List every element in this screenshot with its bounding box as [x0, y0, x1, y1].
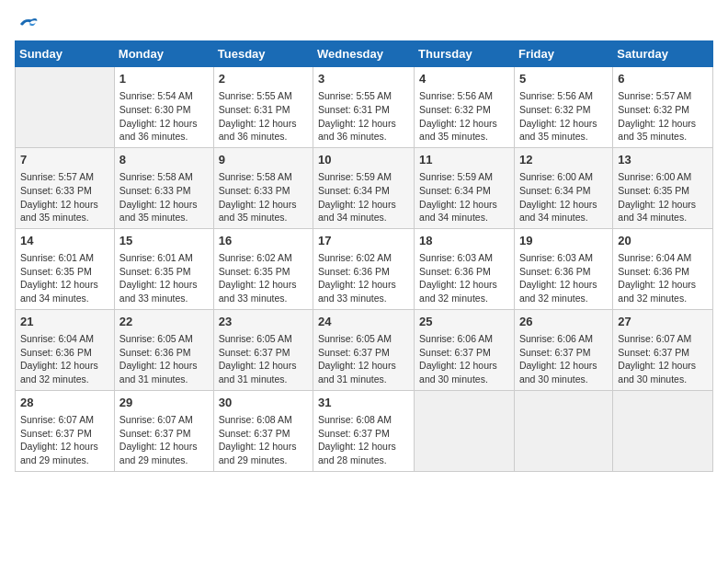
- day-number: 22: [119, 314, 209, 330]
- day-number: 16: [219, 233, 308, 249]
- weekday-header-tuesday: Tuesday: [213, 41, 313, 67]
- day-number: 26: [519, 314, 608, 330]
- calendar-cell: 27Sunrise: 6:07 AM Sunset: 6:37 PM Dayli…: [613, 309, 713, 390]
- day-info: Sunrise: 6:05 AM Sunset: 6:37 PM Dayligh…: [219, 332, 308, 386]
- calendar-cell: 3Sunrise: 5:55 AM Sunset: 6:31 PM Daylig…: [313, 67, 415, 148]
- day-info: Sunrise: 6:07 AM Sunset: 6:37 PM Dayligh…: [618, 332, 708, 386]
- calendar-cell: 8Sunrise: 5:58 AM Sunset: 6:33 PM Daylig…: [114, 147, 213, 228]
- weekday-header-monday: Monday: [114, 41, 213, 67]
- day-number: 12: [519, 152, 608, 168]
- calendar-cell: 20Sunrise: 6:04 AM Sunset: 6:36 PM Dayli…: [613, 228, 713, 309]
- day-number: 13: [618, 152, 708, 168]
- day-number: 25: [419, 314, 509, 330]
- calendar-cell: 1Sunrise: 5:54 AM Sunset: 6:30 PM Daylig…: [114, 67, 213, 148]
- day-number: 14: [20, 233, 109, 249]
- calendar-cell: 17Sunrise: 6:02 AM Sunset: 6:36 PM Dayli…: [313, 228, 415, 309]
- calendar-cell: 12Sunrise: 6:00 AM Sunset: 6:34 PM Dayli…: [514, 147, 612, 228]
- day-number: 29: [119, 395, 209, 411]
- page-header: [15, 15, 713, 29]
- day-info: Sunrise: 6:07 AM Sunset: 6:37 PM Dayligh…: [20, 413, 109, 467]
- day-info: Sunrise: 6:04 AM Sunset: 6:36 PM Dayligh…: [20, 332, 109, 386]
- day-number: 21: [20, 314, 109, 330]
- day-info: Sunrise: 5:58 AM Sunset: 6:33 PM Dayligh…: [119, 170, 209, 224]
- day-number: 4: [419, 71, 509, 87]
- calendar-table: SundayMondayTuesdayWednesdayThursdayFrid…: [15, 40, 713, 472]
- day-number: 23: [219, 314, 308, 330]
- logo: [15, 15, 39, 29]
- day-number: 3: [318, 71, 409, 87]
- day-info: Sunrise: 6:06 AM Sunset: 6:37 PM Dayligh…: [419, 332, 509, 386]
- calendar-cell: 28Sunrise: 6:07 AM Sunset: 6:37 PM Dayli…: [16, 390, 115, 471]
- day-number: 31: [318, 395, 409, 411]
- calendar-cell: [16, 67, 115, 148]
- day-number: 8: [119, 152, 209, 168]
- day-info: Sunrise: 6:01 AM Sunset: 6:35 PM Dayligh…: [119, 251, 209, 305]
- calendar-week-row: 28Sunrise: 6:07 AM Sunset: 6:37 PM Dayli…: [16, 390, 713, 471]
- day-number: 6: [618, 71, 708, 87]
- day-info: Sunrise: 5:55 AM Sunset: 6:31 PM Dayligh…: [318, 89, 409, 144]
- weekday-header-friday: Friday: [514, 41, 612, 67]
- day-info: Sunrise: 6:01 AM Sunset: 6:35 PM Dayligh…: [20, 251, 109, 305]
- day-number: 27: [618, 314, 708, 330]
- day-number: 24: [318, 314, 409, 330]
- day-number: 19: [519, 233, 608, 249]
- day-info: Sunrise: 6:02 AM Sunset: 6:35 PM Dayligh…: [219, 251, 308, 305]
- calendar-cell: 19Sunrise: 6:03 AM Sunset: 6:36 PM Dayli…: [514, 228, 612, 309]
- day-number: 28: [20, 395, 109, 411]
- calendar-cell: 2Sunrise: 5:55 AM Sunset: 6:31 PM Daylig…: [213, 67, 313, 148]
- day-info: Sunrise: 5:54 AM Sunset: 6:30 PM Dayligh…: [119, 89, 209, 144]
- calendar-cell: 11Sunrise: 5:59 AM Sunset: 6:34 PM Dayli…: [415, 147, 515, 228]
- calendar-cell: 22Sunrise: 6:05 AM Sunset: 6:36 PM Dayli…: [114, 309, 213, 390]
- day-info: Sunrise: 6:05 AM Sunset: 6:36 PM Dayligh…: [119, 332, 209, 386]
- calendar-cell: [514, 390, 612, 471]
- calendar-cell: 31Sunrise: 6:08 AM Sunset: 6:37 PM Dayli…: [313, 390, 415, 471]
- day-info: Sunrise: 6:05 AM Sunset: 6:37 PM Dayligh…: [318, 332, 409, 386]
- calendar-cell: 23Sunrise: 6:05 AM Sunset: 6:37 PM Dayli…: [213, 309, 313, 390]
- calendar-week-row: 14Sunrise: 6:01 AM Sunset: 6:35 PM Dayli…: [16, 228, 713, 309]
- calendar-cell: [613, 390, 713, 471]
- calendar-cell: [415, 390, 515, 471]
- calendar-week-row: 7Sunrise: 5:57 AM Sunset: 6:33 PM Daylig…: [16, 147, 713, 228]
- day-info: Sunrise: 6:02 AM Sunset: 6:36 PM Dayligh…: [318, 251, 409, 305]
- weekday-header-row: SundayMondayTuesdayWednesdayThursdayFrid…: [16, 41, 713, 67]
- calendar-cell: 24Sunrise: 6:05 AM Sunset: 6:37 PM Dayli…: [313, 309, 415, 390]
- calendar-cell: 21Sunrise: 6:04 AM Sunset: 6:36 PM Dayli…: [16, 309, 115, 390]
- day-info: Sunrise: 6:06 AM Sunset: 6:37 PM Dayligh…: [519, 332, 608, 386]
- weekday-header-thursday: Thursday: [415, 41, 515, 67]
- day-info: Sunrise: 6:07 AM Sunset: 6:37 PM Dayligh…: [119, 413, 209, 467]
- day-info: Sunrise: 5:56 AM Sunset: 6:32 PM Dayligh…: [519, 89, 608, 144]
- day-number: 20: [618, 233, 708, 249]
- calendar-cell: 30Sunrise: 6:08 AM Sunset: 6:37 PM Dayli…: [213, 390, 313, 471]
- day-info: Sunrise: 6:03 AM Sunset: 6:36 PM Dayligh…: [519, 251, 608, 305]
- calendar-cell: 9Sunrise: 5:58 AM Sunset: 6:33 PM Daylig…: [213, 147, 313, 228]
- day-number: 7: [20, 152, 109, 168]
- day-info: Sunrise: 6:08 AM Sunset: 6:37 PM Dayligh…: [219, 413, 308, 467]
- day-info: Sunrise: 6:03 AM Sunset: 6:36 PM Dayligh…: [419, 251, 509, 305]
- day-info: Sunrise: 6:00 AM Sunset: 6:35 PM Dayligh…: [618, 170, 708, 224]
- day-number: 11: [419, 152, 509, 168]
- day-info: Sunrise: 5:57 AM Sunset: 6:32 PM Dayligh…: [618, 89, 708, 144]
- day-info: Sunrise: 5:55 AM Sunset: 6:31 PM Dayligh…: [219, 89, 308, 144]
- calendar-cell: 5Sunrise: 5:56 AM Sunset: 6:32 PM Daylig…: [514, 67, 612, 148]
- calendar-cell: 7Sunrise: 5:57 AM Sunset: 6:33 PM Daylig…: [16, 147, 115, 228]
- calendar-cell: 6Sunrise: 5:57 AM Sunset: 6:32 PM Daylig…: [613, 67, 713, 148]
- calendar-week-row: 21Sunrise: 6:04 AM Sunset: 6:36 PM Dayli…: [16, 309, 713, 390]
- calendar-cell: 16Sunrise: 6:02 AM Sunset: 6:35 PM Dayli…: [213, 228, 313, 309]
- weekday-header-saturday: Saturday: [613, 41, 713, 67]
- calendar-cell: 18Sunrise: 6:03 AM Sunset: 6:36 PM Dayli…: [415, 228, 515, 309]
- day-number: 30: [219, 395, 308, 411]
- day-info: Sunrise: 5:59 AM Sunset: 6:34 PM Dayligh…: [318, 170, 409, 224]
- calendar-cell: 29Sunrise: 6:07 AM Sunset: 6:37 PM Dayli…: [114, 390, 213, 471]
- calendar-cell: 15Sunrise: 6:01 AM Sunset: 6:35 PM Dayli…: [114, 228, 213, 309]
- day-number: 9: [219, 152, 308, 168]
- day-number: 15: [119, 233, 209, 249]
- day-info: Sunrise: 5:59 AM Sunset: 6:34 PM Dayligh…: [419, 170, 509, 224]
- calendar-cell: 4Sunrise: 5:56 AM Sunset: 6:32 PM Daylig…: [415, 67, 515, 148]
- day-number: 18: [419, 233, 509, 249]
- weekday-header-sunday: Sunday: [16, 41, 115, 67]
- calendar-cell: 14Sunrise: 6:01 AM Sunset: 6:35 PM Dayli…: [16, 228, 115, 309]
- calendar-week-row: 1Sunrise: 5:54 AM Sunset: 6:30 PM Daylig…: [16, 67, 713, 148]
- day-info: Sunrise: 5:58 AM Sunset: 6:33 PM Dayligh…: [219, 170, 308, 224]
- day-number: 1: [119, 71, 209, 87]
- day-number: 17: [318, 233, 409, 249]
